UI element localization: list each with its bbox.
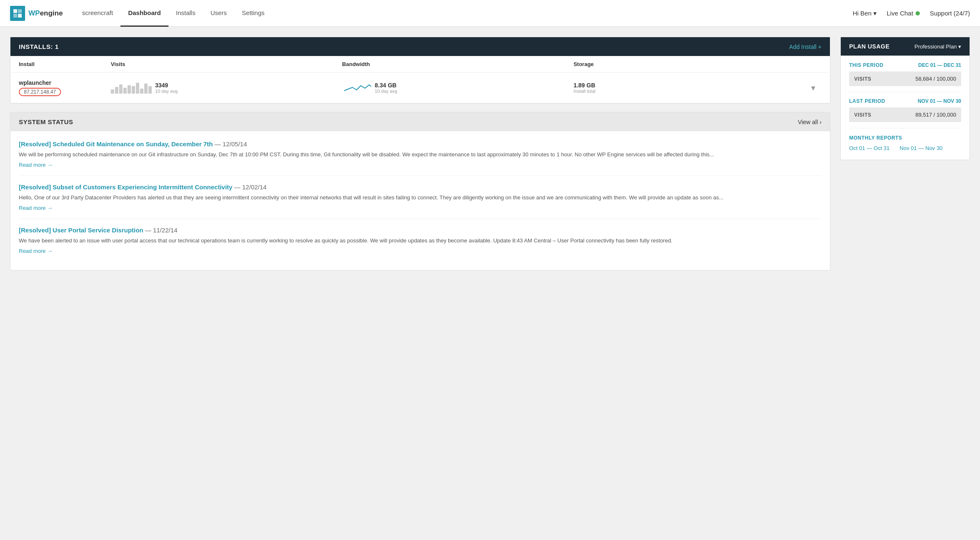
nav-links: screencraft Dashboard Installs Users Set…: [74, 0, 852, 27]
line-chart-icon: [342, 82, 371, 94]
installs-card: INSTALLS: 1 Add Install + Install Visits…: [10, 37, 830, 104]
monthly-reports-section: MONTHLY REPORTS Oct 01 — Oct 31 Nov 01 —…: [849, 134, 961, 151]
bar: [111, 89, 114, 94]
bar: [140, 89, 143, 94]
storage-info: 1.89 GB Install total: [574, 82, 805, 94]
plan-card: PLAN USAGE Professional Plan ▾ THIS PERI…: [840, 37, 970, 160]
plan-name-dropdown[interactable]: Professional Plan ▾: [914, 43, 961, 50]
status-item-date-3: — 11/22/14: [145, 227, 178, 234]
system-status-card: SYSTEM STATUS View all › [Resolved] Sche…: [10, 112, 830, 270]
read-more-2[interactable]: Read more →: [19, 205, 53, 211]
last-period-dates: NOV 01 — NOV 30: [918, 98, 961, 104]
stor-num: 1.89 GB: [574, 82, 805, 89]
status-header: SYSTEM STATUS View all ›: [10, 112, 830, 131]
status-item-date-2: — 12/02/14: [234, 183, 267, 191]
visits-cell: 3349 10 day avg: [111, 82, 342, 94]
live-dot: [916, 11, 920, 15]
nav-users[interactable]: Users: [203, 0, 234, 27]
col-bandwidth: Bandwidth: [342, 61, 573, 67]
status-body: [Resolved] Scheduled Git Maintenance on …: [10, 131, 830, 270]
read-more-1[interactable]: Read more →: [19, 162, 53, 168]
logo-icon: [10, 6, 25, 21]
list-item: [Resolved] Scheduled Git Maintenance on …: [19, 133, 822, 176]
installs-table-header: Install Visits Bandwidth Storage: [10, 56, 830, 73]
main-content: INSTALLS: 1 Add Install + Install Visits…: [0, 27, 980, 540]
status-item-title-2: [Resolved] Subset of Customers Experienc…: [19, 183, 822, 191]
right-column: PLAN USAGE Professional Plan ▾ THIS PERI…: [840, 37, 970, 530]
status-item-link-2[interactable]: [Resolved] Subset of Customers Experienc…: [19, 183, 232, 191]
status-item-body-3: We have been alerted to an issue with us…: [19, 236, 822, 245]
bandwidth-info: 8.34 GB 10 day avg: [375, 82, 397, 94]
monthly-link-oct[interactable]: Oct 01 — Oct 31: [849, 145, 890, 151]
status-item-link-3[interactable]: [Resolved] User Portal Service Disruptio…: [19, 227, 143, 234]
install-info: wplauncher 87.217.148.47: [19, 79, 111, 96]
add-install-button[interactable]: Add Install +: [789, 43, 822, 50]
monthly-reports-label: MONTHLY REPORTS: [849, 135, 902, 141]
status-item-body-2: Hello, One of our 3rd Party Datacenter P…: [19, 193, 822, 202]
col-install: Install: [19, 61, 111, 67]
svg-rect-2: [13, 14, 17, 18]
col-visits: Visits: [111, 61, 342, 67]
divider-1: [849, 92, 961, 92]
bar: [128, 85, 131, 94]
status-item-body-1: We will be performing scheduled maintena…: [19, 150, 822, 159]
bar: [144, 84, 148, 94]
bar: [123, 88, 127, 94]
col-expand: [805, 61, 822, 67]
this-period-section: THIS PERIOD DEC 01 — DEC 31 VISITS 58,68…: [849, 62, 961, 86]
bandwidth-cell: 8.34 GB 10 day avg: [342, 82, 573, 94]
bar: [136, 83, 139, 94]
view-all-text: View all: [798, 119, 818, 125]
divider-2: [849, 128, 961, 128]
last-period-section: LAST PERIOD NOV 01 — NOV 30 VISITS 89,51…: [849, 98, 961, 122]
monthly-link-nov[interactable]: Nov 01 — Nov 30: [900, 145, 943, 151]
last-period-label: LAST PERIOD: [849, 98, 885, 104]
bar: [148, 86, 152, 94]
last-visits-label: VISITS: [854, 112, 871, 118]
install-name[interactable]: wplauncher: [19, 79, 111, 86]
logo-text: WPengine: [28, 9, 63, 18]
nav-installs[interactable]: Installs: [168, 0, 203, 27]
view-all-arrow: ›: [819, 119, 822, 125]
bar: [115, 87, 118, 94]
support-link[interactable]: Support (24/7): [930, 10, 970, 17]
this-period-label: THIS PERIOD: [849, 62, 883, 68]
status-item-date-1: — 12/05/14: [214, 140, 247, 148]
main-nav: WPengine screencraft Dashboard Installs …: [0, 0, 980, 27]
stor-label: Install total: [574, 89, 805, 94]
status-item-title-1: [Resolved] Scheduled Git Maintenance on …: [19, 140, 822, 148]
live-chat[interactable]: Live Chat: [887, 10, 920, 17]
logo[interactable]: WPengine: [10, 6, 63, 21]
status-item-link-1[interactable]: [Resolved] Scheduled Git Maintenance on …: [19, 140, 213, 148]
plan-body: THIS PERIOD DEC 01 — DEC 31 VISITS 58,68…: [841, 56, 970, 160]
list-item: [Resolved] Subset of Customers Experienc…: [19, 176, 822, 219]
view-all-link[interactable]: View all ›: [798, 119, 822, 125]
nav-settings[interactable]: Settings: [235, 0, 272, 27]
expand-button[interactable]: ▾: [805, 83, 822, 93]
hi-ben[interactable]: Hi Ben ▾: [853, 10, 877, 17]
nav-dashboard[interactable]: Dashboard: [120, 0, 168, 27]
this-visits-row: VISITS 58,684 / 100,000: [849, 71, 961, 86]
read-more-3[interactable]: Read more →: [19, 248, 53, 254]
bar: [132, 86, 135, 94]
left-column: INSTALLS: 1 Add Install + Install Visits…: [10, 37, 830, 530]
bar-chart: [111, 82, 152, 94]
visits-label: 10 day avg: [155, 89, 178, 94]
status-item-title-3: [Resolved] User Portal Service Disruptio…: [19, 227, 822, 234]
table-row: wplauncher 87.217.148.47 3349 10 day avg: [10, 73, 830, 103]
installs-header: INSTALLS: 1 Add Install +: [10, 37, 830, 56]
list-item: [Resolved] User Portal Service Disruptio…: [19, 219, 822, 262]
this-visits-value: 58,684 / 100,000: [915, 76, 956, 82]
visits-num: 3349: [155, 82, 178, 89]
nav-screencraft[interactable]: screencraft: [74, 0, 120, 27]
last-visits-row: VISITS 89,517 / 100,000: [849, 107, 961, 122]
last-visits-value: 89,517 / 100,000: [915, 112, 956, 118]
svg-rect-1: [18, 9, 22, 13]
this-period-row: THIS PERIOD DEC 01 — DEC 31: [849, 62, 961, 68]
plan-header: PLAN USAGE Professional Plan ▾: [841, 37, 970, 56]
this-period-dates: DEC 01 — DEC 31: [918, 62, 961, 68]
svg-rect-3: [18, 14, 22, 18]
bw-num: 8.34 GB: [375, 82, 397, 89]
visits-info: 3349 10 day avg: [155, 82, 178, 94]
installs-title: INSTALLS: 1: [19, 43, 59, 50]
